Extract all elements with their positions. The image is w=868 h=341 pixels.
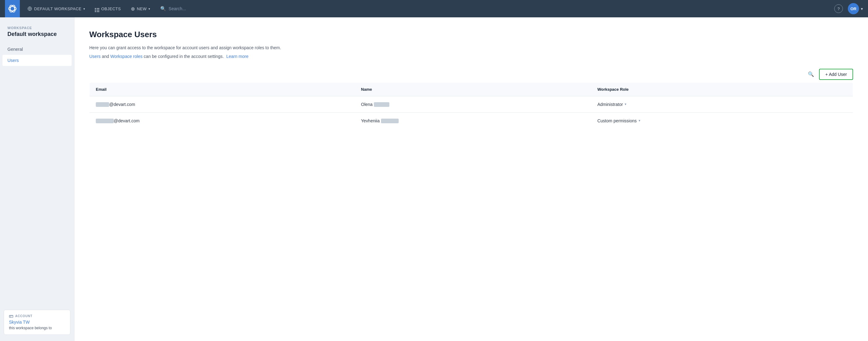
sidebar-account-box: ACCOUNT Skyvia TW this workspace belongs… [4, 310, 70, 335]
user-email-1: @devart.com [90, 96, 355, 112]
email-blurred-2 [96, 118, 114, 123]
sidebar-item-general[interactable]: General [0, 44, 74, 55]
col-header-name: Name [355, 82, 591, 96]
col-header-role: Workspace Role [591, 82, 853, 96]
new-chevron-icon: ▾ [149, 7, 150, 10]
user-name-2: Yevheniia [355, 112, 591, 129]
user-role-1[interactable]: Administrator ▾ [591, 96, 853, 112]
email-blurred-1 [96, 102, 109, 107]
sidebar-workspace-name: Default workspace [0, 31, 74, 37]
workspace-selector[interactable]: DEFAULT WORKSPACE ▾ [22, 0, 90, 18]
objects-menu[interactable]: OBJECTS [90, 0, 126, 18]
workspace-chevron-icon: ▾ [83, 7, 85, 10]
avatar-chevron-icon: ▾ [861, 6, 863, 11]
sidebar-section-label: WORKSPACE [0, 26, 74, 30]
objects-grid-icon [95, 5, 99, 12]
sidebar-item-users[interactable]: Users [2, 55, 72, 66]
add-user-button[interactable]: + Add User [819, 69, 853, 80]
new-plus-icon: ⊕ [131, 6, 135, 12]
sidebar: WORKSPACE Default workspace General User… [0, 18, 74, 341]
page-description-1: Here you can grant access to the workspa… [89, 44, 853, 51]
table-row: @devart.com Olena Administrator ▾ [90, 96, 853, 112]
link-learn-more[interactable]: Learn more [226, 54, 249, 59]
new-menu[interactable]: ⊕ NEW ▾ [126, 0, 155, 18]
user-role-2[interactable]: Custom permissions ▾ [591, 112, 853, 129]
page-description-2: Users and Workspace roles can be configu… [89, 53, 853, 60]
col-header-email: Email [90, 82, 355, 96]
name-blurred-2 [381, 118, 399, 123]
user-email-2: @devart.com [90, 112, 355, 129]
main-content: Workspace Users Here you can grant acces… [74, 18, 868, 341]
search-icon: 🔍 [160, 6, 166, 11]
user-avatar-menu[interactable]: OR ▾ [848, 3, 863, 14]
role-chevron-icon-2: ▾ [639, 118, 641, 123]
sidebar-account-label: ACCOUNT [9, 314, 65, 318]
svg-rect-5 [9, 315, 13, 317]
topnav-right-area: ? OR ▾ [834, 3, 863, 14]
name-blurred-1 [374, 102, 390, 107]
main-layout: WORKSPACE Default workspace General User… [0, 18, 868, 341]
table-toolbar: 🔍 + Add User [89, 69, 853, 80]
link-users[interactable]: Users [89, 54, 101, 59]
search-bar[interactable]: 🔍 Search... [155, 6, 834, 11]
table-header-row: Email Name Workspace Role [90, 82, 853, 96]
user-name-1: Olena [355, 96, 591, 112]
svg-point-2 [9, 4, 16, 13]
role-chevron-icon-1: ▾ [625, 102, 626, 106]
app-logo[interactable] [5, 0, 20, 18]
role-dropdown-1[interactable]: Administrator ▾ [597, 102, 626, 107]
role-dropdown-2[interactable]: Custom permissions ▾ [597, 118, 641, 123]
table-row: @devart.com Yevheniia Custom permissions… [90, 112, 853, 129]
top-navigation: DEFAULT WORKSPACE ▾ OBJECTS ⊕ NEW ▾ 🔍 Se… [0, 0, 868, 18]
link-workspace-roles[interactable]: Workspace roles [111, 54, 143, 59]
avatar: OR [848, 3, 859, 14]
sidebar-account-desc: this workspace belongs to [9, 326, 65, 330]
help-button[interactable]: ? [834, 4, 843, 13]
table-search-icon[interactable]: 🔍 [807, 70, 815, 78]
users-table: Email Name Workspace Role @devart.com Ol… [89, 82, 853, 129]
sidebar-account-name[interactable]: Skyvia TW [9, 320, 65, 325]
page-title: Workspace Users [89, 30, 853, 39]
